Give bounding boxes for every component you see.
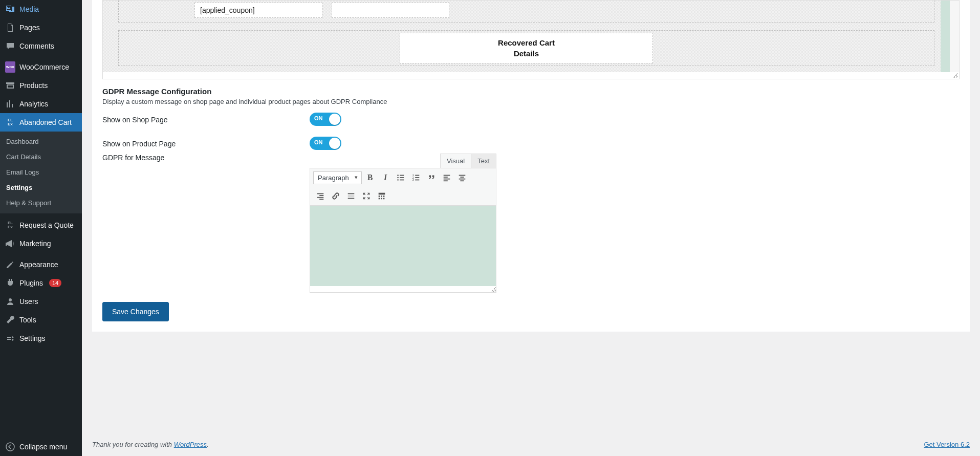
submenu-help-support[interactable]: Help & Support bbox=[0, 196, 82, 211]
link-button[interactable] bbox=[329, 189, 343, 203]
row-show-product: Show on Product Page ON bbox=[102, 137, 960, 151]
sidebar-item-label: Media bbox=[19, 5, 39, 14]
sidebar-item-woocommerce[interactable]: woo WooCommerce bbox=[0, 58, 82, 76]
footer-period: . bbox=[207, 441, 209, 448]
toggle-show-shop[interactable]: ON bbox=[310, 113, 341, 126]
svg-rect-21 bbox=[317, 193, 324, 194]
resize-handle-icon[interactable] bbox=[491, 287, 496, 292]
sidebar-item-plugins[interactable]: Plugins 14 bbox=[0, 274, 82, 292]
italic-button[interactable]: I bbox=[378, 170, 393, 185]
paragraph-select-wrap[interactable]: Paragraph bbox=[313, 171, 362, 184]
users-icon bbox=[5, 296, 15, 307]
sidebar-item-label: Users bbox=[19, 297, 38, 306]
svg-rect-15 bbox=[444, 179, 450, 180]
svg-rect-4 bbox=[400, 177, 404, 178]
sidebar-item-analytics[interactable]: Analytics bbox=[0, 95, 82, 113]
svg-rect-22 bbox=[319, 195, 323, 196]
toggle-knob-icon bbox=[329, 138, 340, 149]
tab-visual[interactable]: Visual bbox=[440, 154, 471, 168]
sidebar-item-appearance[interactable]: Appearance bbox=[0, 255, 82, 274]
svg-rect-30 bbox=[381, 196, 382, 197]
products-icon bbox=[5, 80, 15, 91]
svg-rect-26 bbox=[348, 196, 355, 197]
settings-panel: [applied_coupon] Recovered Cart Details bbox=[92, 0, 970, 332]
submenu-settings[interactable]: Settings bbox=[0, 180, 82, 196]
editor-toolbar: Paragraph B I 123 bbox=[310, 168, 496, 206]
submenu-email-logs[interactable]: Email Logs bbox=[0, 165, 82, 180]
svg-rect-18 bbox=[460, 177, 464, 178]
svg-rect-19 bbox=[459, 179, 466, 180]
svg-rect-6 bbox=[400, 180, 404, 181]
sidebar-item-products[interactable]: Products bbox=[0, 76, 82, 95]
fullscreen-button[interactable] bbox=[359, 189, 374, 203]
sidebar-item-request-quote[interactable]: ELEx Request a Quote bbox=[0, 216, 82, 234]
resize-handle-icon[interactable] bbox=[953, 73, 958, 78]
svg-rect-2 bbox=[400, 175, 404, 176]
preview-row-coupon[interactable]: [applied_coupon] bbox=[118, 1, 934, 23]
save-changes-button[interactable]: Save Changes bbox=[102, 302, 169, 321]
sidebar-item-label: Analytics bbox=[19, 99, 48, 108]
main-content: [applied_coupon] Recovered Cart Details bbox=[82, 0, 980, 456]
align-right-button[interactable] bbox=[313, 189, 328, 203]
align-center-button[interactable] bbox=[455, 170, 469, 185]
svg-rect-27 bbox=[348, 198, 355, 199]
preview-empty-cell[interactable] bbox=[332, 3, 449, 18]
row-show-shop: Show on Shop Page ON bbox=[102, 113, 960, 127]
analytics-icon bbox=[5, 99, 15, 109]
sidebar-item-label: Comments bbox=[19, 41, 54, 51]
sidebar-item-marketing[interactable]: Marketing bbox=[0, 234, 82, 253]
sidebar-item-pages[interactable]: Pages bbox=[0, 18, 82, 37]
preview-scroll-area[interactable]: [applied_coupon] Recovered Cart Details bbox=[103, 1, 959, 72]
toggle-show-product[interactable]: ON bbox=[310, 137, 341, 150]
label-gdpr-message: GDPR for Message bbox=[102, 154, 310, 162]
megaphone-icon bbox=[5, 238, 15, 249]
svg-rect-23 bbox=[317, 197, 324, 198]
submenu-dashboard[interactable]: Dashboard bbox=[0, 134, 82, 149]
svg-rect-14 bbox=[444, 177, 448, 178]
editor-canvas[interactable] bbox=[310, 206, 496, 286]
numbered-list-button[interactable]: 123 bbox=[409, 170, 423, 185]
applied-coupon-placeholder[interactable]: [applied_coupon] bbox=[194, 3, 322, 18]
paragraph-select[interactable]: Paragraph bbox=[313, 171, 362, 184]
sidebar-collapse[interactable]: Collapse menu bbox=[0, 438, 82, 456]
bold-button[interactable]: B bbox=[363, 170, 377, 185]
elex-icon: ELEx bbox=[5, 220, 15, 230]
toggle-on-text: ON bbox=[314, 139, 323, 145]
sidebar-item-media[interactable]: Media bbox=[0, 0, 82, 18]
blockquote-button[interactable] bbox=[424, 170, 439, 185]
appearance-icon bbox=[5, 259, 15, 270]
svg-rect-33 bbox=[381, 198, 382, 200]
submenu-cart-details[interactable]: Cart Details bbox=[0, 149, 82, 165]
sidebar-item-comments[interactable]: Comments bbox=[0, 37, 82, 55]
svg-rect-16 bbox=[444, 180, 448, 181]
editor-box: Paragraph B I 123 bbox=[310, 168, 496, 293]
svg-rect-17 bbox=[459, 175, 466, 176]
preview-row-recovered[interactable]: Recovered Cart Details bbox=[118, 30, 934, 66]
svg-rect-25 bbox=[348, 193, 355, 194]
sidebar-item-tools[interactable]: Tools bbox=[0, 311, 82, 329]
recovered-cart-line2: Details bbox=[405, 49, 647, 58]
footer-thankyou: Thank you for creating with WordPress. bbox=[92, 441, 209, 448]
sidebar-item-label: Abandoned Cart bbox=[19, 118, 72, 127]
bullet-list-button[interactable] bbox=[394, 170, 408, 185]
app-root: Media Pages Comments woo WooCommerce Pro… bbox=[0, 0, 980, 456]
sidebar-item-label: Settings bbox=[19, 334, 46, 343]
gdpr-heading: GDPR Message Configuration bbox=[102, 87, 960, 96]
sidebar-item-label: Collapse menu bbox=[19, 442, 67, 451]
toolbar-toggle-button[interactable] bbox=[375, 189, 389, 203]
label-show-product: Show on Product Page bbox=[102, 137, 310, 148]
recovered-cart-line1: Recovered Cart bbox=[405, 38, 647, 47]
sidebar-item-settings[interactable]: Settings bbox=[0, 329, 82, 348]
recovered-cart-heading[interactable]: Recovered Cart Details bbox=[400, 33, 653, 63]
svg-text:3: 3 bbox=[412, 178, 414, 181]
plugins-icon bbox=[5, 278, 15, 288]
wordpress-link[interactable]: WordPress bbox=[174, 441, 207, 448]
insert-more-button[interactable] bbox=[344, 189, 358, 203]
sidebar-item-users[interactable]: Users bbox=[0, 292, 82, 311]
label-show-shop: Show on Shop Page bbox=[102, 113, 310, 124]
get-version-link[interactable]: Get Version 6.2 bbox=[924, 441, 970, 448]
tab-text[interactable]: Text bbox=[471, 154, 496, 168]
comments-icon bbox=[5, 41, 15, 51]
align-left-button[interactable] bbox=[440, 170, 454, 185]
sidebar-item-abandoned-cart[interactable]: ELEx Abandoned Cart bbox=[0, 113, 82, 132]
